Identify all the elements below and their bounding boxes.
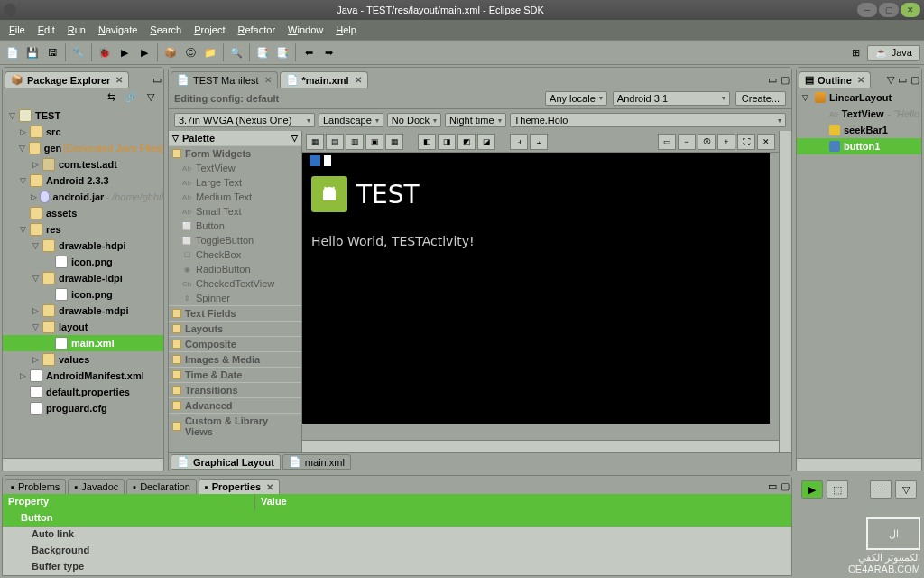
maximize-view-button[interactable]: ▢ xyxy=(909,72,921,88)
properties-rows[interactable]: ButtonAuto linkBackgroundBuffer type xyxy=(3,510,791,575)
ext-tools-button[interactable]: ▶ xyxy=(135,43,153,61)
view-menu-button[interactable]: ▽ xyxy=(885,72,896,88)
maximize-editor-button[interactable]: ▢ xyxy=(779,72,791,88)
canvas-tool[interactable]: ▤ xyxy=(326,134,344,150)
tree-node[interactable]: default.properties xyxy=(3,384,163,400)
open-perspective-button[interactable]: ⊞ xyxy=(847,43,865,61)
canvas-tool[interactable]: ⫠ xyxy=(530,134,548,150)
outline-node[interactable]: seekBar1 xyxy=(797,122,921,138)
property-row[interactable]: Button xyxy=(3,510,791,527)
palette-item[interactable]: AbLarge Text xyxy=(169,175,301,190)
palette-item[interactable]: ⇕Spinner xyxy=(169,291,301,305)
menu-search[interactable]: Search xyxy=(144,23,187,37)
palette-item[interactable]: Time & Date xyxy=(169,367,301,382)
create-config-button[interactable]: Create... xyxy=(735,91,786,106)
palette-item[interactable]: AbTextView xyxy=(169,161,301,175)
palette-item[interactable]: Custom & Library Views xyxy=(169,413,301,439)
canvas-tool[interactable]: ▦ xyxy=(306,134,324,150)
palette-item[interactable]: Text Fields xyxy=(169,305,301,321)
new-package-button[interactable]: 📦 xyxy=(162,43,180,61)
tree-node[interactable]: ▷com.test.adt xyxy=(3,156,163,172)
tb-icon[interactable]: 📁 xyxy=(201,43,219,61)
zoom-reset-button[interactable]: ⦿ xyxy=(698,134,716,150)
palette-menu-button[interactable]: ▽ xyxy=(291,134,298,143)
canvas-tool[interactable]: ▥ xyxy=(346,134,364,150)
tree-node[interactable]: main.xml xyxy=(3,335,163,351)
menu-refactor[interactable]: Refactor xyxy=(232,23,281,37)
tree-node[interactable]: ▷AndroidManifest.xml xyxy=(3,368,163,384)
canvas-tool[interactable]: ▦ xyxy=(385,134,403,150)
debug-button[interactable]: 🐞 xyxy=(96,43,114,61)
menu-help[interactable]: Help xyxy=(330,23,362,37)
palette-item[interactable]: Composite xyxy=(169,336,301,351)
tree-node[interactable]: assets xyxy=(3,205,163,221)
editor-tab[interactable]: 📄TEST Manifest✕ xyxy=(171,71,278,88)
tree-node[interactable]: ▽drawable-hdpi xyxy=(3,238,163,254)
locale-combo[interactable]: Any locale▾ xyxy=(545,91,607,106)
link-editor-button[interactable]: 🔗 xyxy=(122,88,140,106)
tree-node[interactable]: ▽res xyxy=(3,221,163,238)
canvas-tool[interactable]: ◩ xyxy=(457,134,476,150)
view-menu-button[interactable]: ▽ xyxy=(142,88,160,106)
zoom-fit-button[interactable]: ⛶ xyxy=(737,134,755,150)
palette-item[interactable]: ⬜Button xyxy=(169,219,301,233)
outline-node[interactable]: button1 xyxy=(797,138,921,154)
palette-item[interactable]: Layouts xyxy=(169,321,301,336)
save-button[interactable]: 💾 xyxy=(23,43,42,61)
layout-canvas[interactable]: TEST Hello World, TESTActivity! xyxy=(302,153,779,440)
back-button[interactable]: ⬅ xyxy=(300,43,318,61)
menu-run[interactable]: Run xyxy=(62,23,91,37)
canvas-tool[interactable]: ▣ xyxy=(365,134,383,150)
forward-button[interactable]: ➡ xyxy=(319,43,337,61)
palette-item[interactable]: ChCheckedTextView xyxy=(169,276,301,291)
tree-node[interactable]: proguard.cfg xyxy=(3,400,163,416)
theme-combo[interactable]: Theme.Holo▾ xyxy=(510,113,786,127)
tree-node[interactable]: ▽Android 2.3.3 xyxy=(3,172,163,189)
view-menu-button[interactable]: ▽ xyxy=(895,480,917,499)
collapse-all-button[interactable]: ⇆ xyxy=(102,88,120,106)
close-button[interactable]: ✕ xyxy=(901,3,920,17)
new-class-button[interactable]: Ⓒ xyxy=(181,43,199,61)
minimize-view-button[interactable]: ▭ xyxy=(896,72,909,88)
palette-list[interactable]: Form WidgetsAbTextViewAbLarge TextAbMedi… xyxy=(169,145,301,452)
scrollbar-h[interactable] xyxy=(797,458,921,471)
outline-tree[interactable]: ▽LinearLayoutAbTextView - "HelloseekBar1… xyxy=(797,88,921,458)
run-button[interactable]: ▶ xyxy=(801,480,823,499)
tree-node[interactable]: icon.png xyxy=(3,254,163,270)
property-row[interactable]: Background xyxy=(3,543,791,559)
package-tree[interactable]: ▽TEST▷src▽gen [Generated Java Files]▷com… xyxy=(3,106,163,458)
property-row[interactable]: Buffer type xyxy=(3,559,791,575)
minimize-view-button[interactable]: ▭ xyxy=(151,72,163,88)
canvas-tool[interactable]: ✕ xyxy=(757,134,775,150)
close-icon[interactable]: ✕ xyxy=(116,75,123,85)
palette-item[interactable]: AbMedium Text xyxy=(169,190,301,204)
minimize-editor-button[interactable]: ▭ xyxy=(766,72,779,88)
tree-node[interactable]: ▷src xyxy=(3,124,163,140)
daynight-combo[interactable]: Night time▾ xyxy=(445,113,506,127)
bottom-tab-problems[interactable]: ▪Problems xyxy=(5,479,66,494)
property-row[interactable]: Auto link xyxy=(3,527,791,543)
new-button[interactable]: 📄 xyxy=(4,43,22,61)
palette-item[interactable]: Transitions xyxy=(169,382,301,397)
perspective-java[interactable]: ☕ Java xyxy=(867,45,920,61)
tb-icon[interactable]: 📑 xyxy=(273,43,291,61)
palette-header[interactable]: ▽ Palette ▽ xyxy=(169,131,301,145)
menu-window[interactable]: Window xyxy=(282,23,328,37)
palette-item[interactable]: Advanced xyxy=(169,397,301,413)
close-icon[interactable]: ✕ xyxy=(857,75,864,85)
palette-item[interactable]: ◉RadioButton xyxy=(169,262,301,276)
palette-item[interactable]: ☐CheckBox xyxy=(169,247,301,262)
search-button[interactable]: 🔍 xyxy=(227,43,245,61)
device-combo[interactable]: 3.7in WVGA (Nexus One)▾ xyxy=(174,113,315,127)
canvas-tool[interactable]: ◨ xyxy=(438,134,456,150)
tree-node[interactable]: ▷android.jar - /home/gbhil xyxy=(3,189,163,205)
minimize-button[interactable]: ─ xyxy=(857,3,877,17)
tree-node[interactable]: ▽layout xyxy=(3,319,163,335)
editor-bottom-tab[interactable]: 📄Graphical Layout xyxy=(171,454,281,470)
save-all-button[interactable]: 🖫 xyxy=(43,43,61,61)
palette-item[interactable]: AbSmall Text xyxy=(169,204,301,219)
tree-node[interactable]: ▷drawable-mdpi xyxy=(3,303,163,319)
bottom-tab-javadoc[interactable]: ▪Javadoc xyxy=(68,479,125,494)
minimize-view-button[interactable]: ▭ xyxy=(766,479,779,494)
bottom-tab-declaration[interactable]: ▪Declaration xyxy=(126,479,197,494)
